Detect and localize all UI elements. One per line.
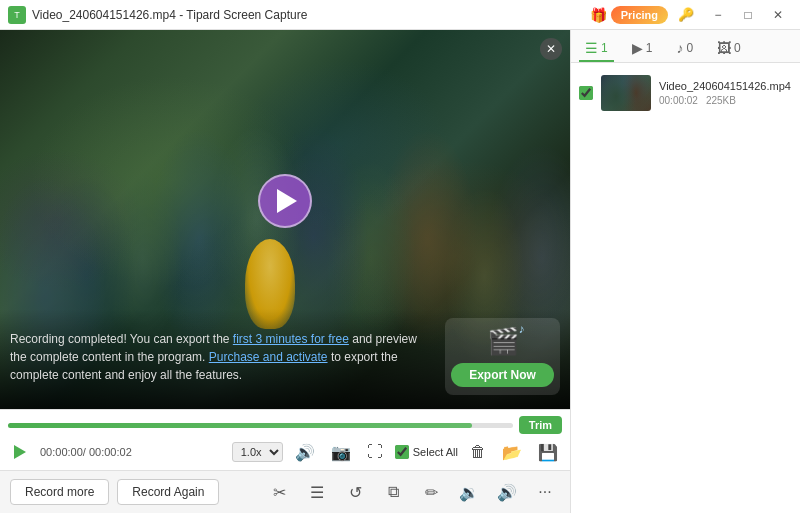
tab-list[interactable]: ☰ 1 <box>579 36 614 62</box>
video-count: 1 <box>646 41 653 55</box>
video-play-button[interactable] <box>258 174 312 228</box>
right-panel-tabs: ☰ 1 ▶ 1 ♪ 0 🖼 0 <box>571 30 800 63</box>
file-meta: 00:00:02 225KB <box>659 95 792 106</box>
export-film-icon: 🎬 <box>487 326 519 356</box>
more-button[interactable]: ··· <box>530 477 560 507</box>
timeline: Trim <box>0 410 570 436</box>
file-thumbnail <box>601 75 651 111</box>
folder-button[interactable]: 📂 <box>498 441 526 464</box>
window-title: Video_240604151426.mp4 - Tipard Screen C… <box>32 8 307 22</box>
export-now-button[interactable]: Export Now <box>451 363 554 387</box>
close-icon: ✕ <box>546 42 556 56</box>
file-duration: 00:00:02 <box>659 95 698 106</box>
left-panel: ✕ Recording completed! You can export th… <box>0 30 570 513</box>
select-all-checkbox[interactable] <box>395 445 409 459</box>
free-export-link[interactable]: first 3 minutes for free <box>233 332 349 346</box>
file-info: Video_240604151426.mp4 00:00:02 225KB <box>659 80 792 106</box>
file-checkbox[interactable] <box>579 86 593 100</box>
volume-edit-button[interactable]: 🔊 <box>492 477 522 507</box>
file-name: Video_240604151426.mp4 <box>659 80 792 92</box>
notification-text1: Recording completed! You can export the <box>10 332 233 346</box>
notification-banner: Recording completed! You can export the … <box>0 306 570 409</box>
timeline-track[interactable] <box>8 423 513 428</box>
timeline-fill <box>8 423 472 428</box>
file-size: 225KB <box>706 95 736 106</box>
title-bar: T Video_240604151426.mp4 - Tipard Screen… <box>0 0 800 30</box>
time-display: 00:00:00/ 00:00:02 <box>40 446 132 458</box>
tab-audio[interactable]: ♪ 0 <box>670 36 699 62</box>
list-icon: ☰ <box>585 40 598 56</box>
sound-edit-button[interactable]: 🔉 <box>454 477 484 507</box>
bottom-bar: Record more Record Again ✂ ☰ ↺ ⧉ ✏ 🔉 🔊 ·… <box>0 470 570 513</box>
app-icon: T <box>8 6 26 24</box>
refresh-button[interactable]: ↺ <box>340 477 370 507</box>
volume-button[interactable]: 🔊 <box>291 441 319 464</box>
audio-icon: ♪ <box>676 40 683 56</box>
expand-button[interactable]: ⛶ <box>363 441 387 463</box>
video-close-button[interactable]: ✕ <box>540 38 562 60</box>
pricing-button[interactable]: Pricing <box>611 6 668 24</box>
playback-controls: 00:00:00/ 00:00:02 0.5x 1.0x 1.5x 2.0x 🔊… <box>0 436 570 470</box>
speed-select[interactable]: 0.5x 1.0x 1.5x 2.0x <box>232 442 283 462</box>
trim-button[interactable]: Trim <box>519 416 562 434</box>
list-count: 1 <box>601 41 608 55</box>
window-controls: − □ ✕ <box>704 4 792 26</box>
audio-count: 0 <box>686 41 693 55</box>
maximize-button[interactable]: □ <box>734 4 762 26</box>
record-more-button[interactable]: Record more <box>10 479 109 505</box>
music-notes-icon: ♪ <box>519 322 525 336</box>
edit-button[interactable]: ✏ <box>416 477 446 507</box>
title-bar-right: 🎁 Pricing 🔑 − □ ✕ <box>590 4 792 26</box>
video-preview: ✕ Recording completed! You can export th… <box>0 30 570 409</box>
lock-icon[interactable]: 🔑 <box>672 7 700 22</box>
file-item[interactable]: Video_240604151426.mp4 00:00:02 225KB <box>571 69 800 117</box>
layers-button[interactable]: ☰ <box>302 477 332 507</box>
delete-button[interactable]: 🗑 <box>466 441 490 463</box>
export-card: 🎬 ♪ Export Now <box>445 318 560 395</box>
tab-image[interactable]: 🖼 0 <box>711 36 747 62</box>
save-folder-button[interactable]: 💾 <box>534 441 562 464</box>
copy-button[interactable]: ⧉ <box>378 477 408 507</box>
image-count: 0 <box>734 41 741 55</box>
minimize-button[interactable]: − <box>704 4 732 26</box>
controls-bar: Trim 00:00:00/ 00:00:02 0.5x 1.0x 1.5x 2… <box>0 409 570 470</box>
tab-video[interactable]: ▶ 1 <box>626 36 659 62</box>
gift-icon: 🎁 <box>590 7 607 23</box>
select-all-area: Select All <box>395 445 458 459</box>
file-thumb-inner <box>601 75 651 111</box>
image-icon: 🖼 <box>717 40 731 56</box>
notification-text: Recording completed! You can export the … <box>10 330 435 384</box>
select-all-label: Select All <box>413 446 458 458</box>
camera-button[interactable]: 📷 <box>327 441 355 464</box>
title-bar-left: T Video_240604151426.mp4 - Tipard Screen… <box>8 6 307 24</box>
pricing-label: Pricing <box>621 9 658 21</box>
record-again-button[interactable]: Record Again <box>117 479 219 505</box>
play-pause-button[interactable] <box>8 440 32 464</box>
scissors-button[interactable]: ✂ <box>264 477 294 507</box>
file-list: Video_240604151426.mp4 00:00:02 225KB <box>571 63 800 513</box>
purchase-link[interactable]: Purchase and activate <box>209 350 328 364</box>
close-button[interactable]: ✕ <box>764 4 792 26</box>
main-layout: ✕ Recording completed! You can export th… <box>0 30 800 513</box>
video-icon: ▶ <box>632 40 643 56</box>
right-panel: ☰ 1 ▶ 1 ♪ 0 🖼 0 <box>570 30 800 513</box>
export-icon-area: 🎬 ♪ <box>487 326 519 357</box>
